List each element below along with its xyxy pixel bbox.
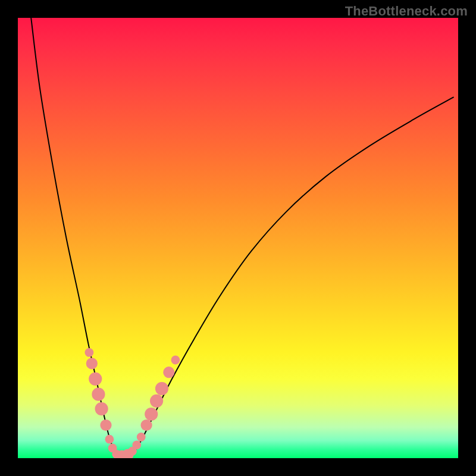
curve-marker	[100, 419, 111, 431]
curve-layer	[18, 18, 458, 458]
watermark-text: TheBottleneck.com	[345, 4, 468, 19]
curve-markers	[84, 348, 180, 458]
curve-marker	[163, 367, 174, 378]
curve-marker	[155, 382, 168, 395]
curve-marker	[150, 394, 163, 408]
curve-marker	[86, 358, 98, 369]
plot-area	[18, 18, 458, 458]
curve-marker	[105, 435, 114, 444]
curve-marker	[171, 356, 180, 365]
chart-frame: TheBottleneck.com	[0, 0, 476, 476]
curve-marker	[84, 348, 93, 357]
curve-marker	[95, 402, 108, 415]
curve-marker	[92, 388, 105, 401]
curve-marker	[89, 372, 102, 386]
curve-marker	[132, 440, 141, 449]
curve-marker	[140, 419, 152, 431]
curve-marker	[145, 408, 158, 421]
curve-marker	[137, 433, 146, 441]
